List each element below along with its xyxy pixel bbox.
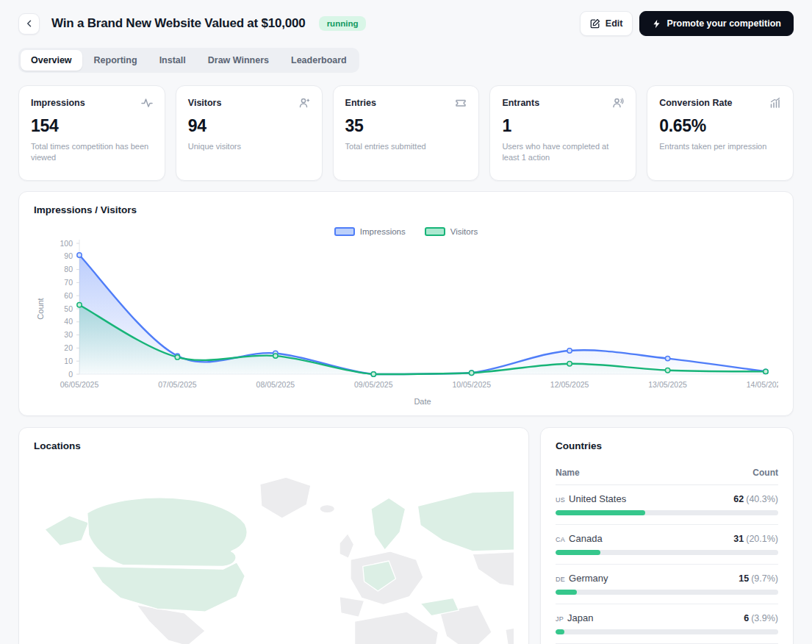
country-bar-track [556,590,778,595]
map-scandinavia [371,498,406,550]
country-row-canada: CACanada 31(20.1%) [556,525,778,565]
stat-value: 0.65% [659,116,781,136]
status-badge: running [319,16,367,31]
tab-reporting[interactable]: Reporting [84,50,148,71]
edit-button-label: Edit [606,18,623,29]
map-iceland [320,505,335,513]
country-name: CACanada [556,533,603,544]
country-row-united-states: USUnited States 62(40.3%) [556,485,778,525]
edit-button[interactable]: Edit [580,11,633,36]
svg-text:40: 40 [64,317,73,326]
map-india [506,624,514,644]
map-canada [87,498,247,566]
impressions-visitors-chart-card: Impressions / Visitors Impressions Visit… [18,191,794,416]
tab-install[interactable]: Install [149,50,196,71]
column-header-name: Name [556,468,580,478]
svg-text:0: 0 [68,370,73,379]
stat-description: Unique visitors [188,141,310,152]
promote-competition-button[interactable]: Promote your competition [639,11,794,36]
country-code: US [556,496,565,504]
country-code: JP [556,615,564,623]
stat-value: 94 [188,116,310,136]
map-russia [417,490,514,554]
tab-overview[interactable]: Overview [21,50,82,71]
ticket-icon [455,97,467,109]
svg-text:80: 80 [64,265,73,273]
svg-text:50: 50 [64,304,73,313]
stat-card-visitors: Visitors 94 Unique visitors [176,85,323,181]
countries-title: Countries [556,440,778,451]
promote-button-label: Promote your competition [667,18,781,29]
users-icon [612,97,624,109]
country-count: 15(9.7%) [739,573,778,584]
stat-card-impressions: Impressions 154 Total times competition … [18,85,165,181]
stats-row: Impressions 154 Total times competition … [18,85,794,181]
country-bar-fill [556,629,564,634]
user-icon [298,97,310,109]
legend-item-impressions[interactable]: Impressions [334,227,406,236]
header-actions: Edit Promote your competition [580,11,794,36]
legend-label: Impressions [360,227,406,236]
map-alaska [45,515,89,545]
svg-text:Date: Date [414,397,431,406]
country-bar-fill [556,510,645,515]
map-central-asia [473,551,514,590]
page-header: Win a Brand New Website Valued at $10,00… [18,11,794,36]
world-map[interactable] [34,469,514,644]
svg-text:20: 20 [64,343,73,352]
tab-leaderboard[interactable]: Leaderboard [281,50,357,71]
country-name: DEGermany [556,573,608,584]
bar-chart-icon [769,97,781,109]
bottom-row: Locations [18,427,794,644]
stat-value: 154 [31,116,153,136]
activity-icon [141,97,153,109]
legend-item-visitors[interactable]: Visitors [425,227,478,236]
svg-text:90: 90 [64,251,73,260]
map-greenland [260,477,311,518]
stat-label: Visitors [188,98,222,108]
countries-card: Countries Name Count USUnited States 62(… [540,427,794,644]
stat-card-entrants: Entrants 1 Users who have completed at l… [489,85,636,181]
svg-text:12/05/2025: 12/05/2025 [550,380,589,389]
country-bar-fill [556,550,600,555]
world-map-container [34,469,514,644]
tab-draw-winners[interactable]: Draw Winners [198,50,279,71]
svg-text:60: 60 [64,291,73,300]
zap-icon [652,19,661,29]
stat-value: 1 [502,116,624,136]
chart-title: Impressions / Visitors [34,204,778,215]
svg-text:06/05/2025: 06/05/2025 [60,380,99,389]
svg-text:09/05/2025: 09/05/2025 [354,380,393,389]
stat-card-entries: Entries 35 Total entries submitted [333,85,480,181]
stat-label: Conversion Rate [659,98,732,108]
stat-card-conversion-rate: Conversion Rate 0.65% Entrants taken per… [647,85,794,181]
country-bar-fill [556,590,577,595]
chevron-left-icon [25,19,34,28]
locations-card: Locations [18,427,529,644]
chart-legend: Impressions Visitors [34,227,778,236]
country-row-japan: JPJapan 6(3.9%) [556,604,778,644]
impressions-legend-swatch [334,227,355,236]
country-count: 6(3.9%) [744,613,778,623]
back-button[interactable] [18,13,40,35]
map-uk [339,534,354,559]
countries-table-header: Name Count [556,468,778,485]
svg-text:14/05/2025: 14/05/2025 [747,380,778,389]
tab-bar: Overview Reporting Install Draw Winners … [18,48,359,73]
svg-text:08/05/2025: 08/05/2025 [256,380,295,389]
map-usa [91,562,245,612]
edit-pencil-icon [590,18,600,29]
svg-text:30: 30 [64,330,73,339]
country-code: CA [556,536,565,543]
country-code: DE [556,576,565,583]
column-header-count: Count [752,468,778,478]
impressions-visitors-line-chart[interactable]: 010203040506070809010006/05/202507/05/20… [34,237,778,408]
stat-label: Entrants [502,98,539,108]
map-africa [355,612,439,644]
svg-text:70: 70 [64,278,73,287]
stat-value: 35 [345,116,467,136]
competition-dashboard: Win a Brand New Website Valued at $10,00… [0,0,812,644]
country-bar-track [556,629,778,634]
stat-description: Total times competition has been viewed [31,141,153,164]
stat-description: Users who have completed at least 1 acti… [502,141,624,164]
